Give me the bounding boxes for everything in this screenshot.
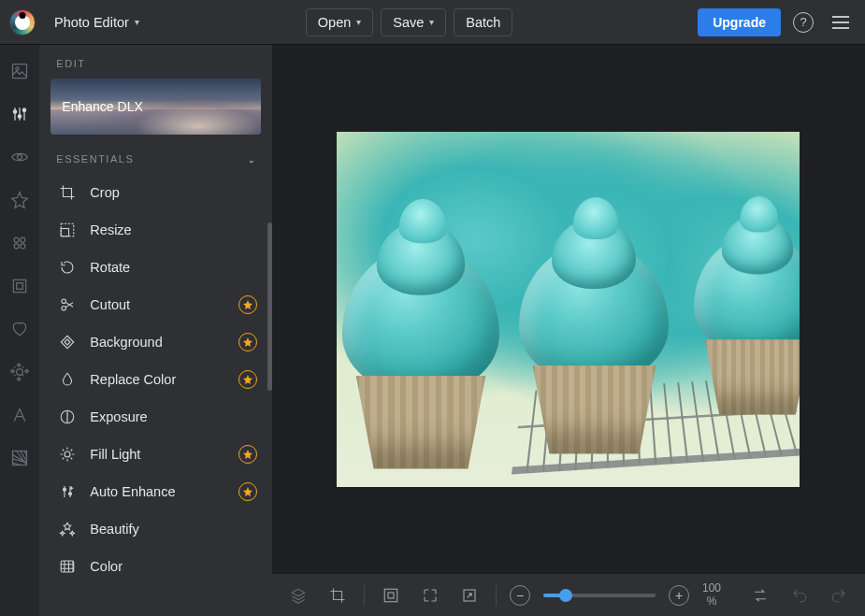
zoom-level-button[interactable]: 100 % (702, 582, 721, 607)
rotate-icon (58, 258, 77, 277)
rail-artsy-icon[interactable] (8, 232, 31, 254)
canvas-viewport[interactable] (272, 45, 865, 573)
tool-label: Resize (90, 222, 131, 237)
tool-label: Beautify (90, 522, 138, 537)
tool-replace-color[interactable]: Replace Color (45, 361, 267, 398)
enhance-dlx-card[interactable]: Enhance DLX (50, 79, 261, 135)
pro-badge-icon (238, 445, 257, 464)
batch-button[interactable]: Batch (454, 8, 512, 36)
svg-point-9 (21, 244, 25, 249)
batch-label: Batch (466, 15, 500, 30)
panel-title: EDIT (39, 45, 272, 79)
svg-rect-14 (62, 223, 75, 236)
rail-overlays-icon[interactable] (8, 361, 31, 383)
canvas-area: − + 100 % (272, 45, 865, 616)
upgrade-label: Upgrade (713, 15, 766, 30)
autoenhance-icon (58, 482, 77, 501)
pro-badge-icon (238, 482, 257, 501)
app-switcher-dropdown[interactable]: Photo Editor ▾ (43, 9, 151, 36)
rail-graphics-icon[interactable] (8, 318, 31, 340)
tool-label: Color (90, 559, 123, 574)
svg-point-12 (17, 369, 23, 376)
help-icon: ? (793, 12, 814, 33)
tool-exposure[interactable]: Exposure (45, 398, 267, 436)
rail-textures-icon[interactable] (8, 447, 31, 469)
beautify-icon (58, 520, 77, 538)
rail-text-icon[interactable] (8, 404, 31, 426)
tool-auto-enhance[interactable]: Auto Enhance (45, 473, 267, 510)
redo-icon[interactable] (826, 582, 852, 609)
rail-effects-icon[interactable] (8, 146, 31, 168)
pro-badge-icon (238, 370, 257, 389)
compare-icon[interactable] (747, 582, 773, 609)
tool-background[interactable]: Background (45, 323, 267, 361)
essentials-tool-list: CropResizeRotateCutoutBackgroundReplace … (39, 172, 272, 587)
save-label: Save (393, 15, 424, 30)
tool-label: Fill Light (90, 447, 140, 462)
tool-label: Cutout (90, 297, 130, 312)
tool-rotate[interactable]: Rotate (45, 249, 267, 286)
zoom-out-button[interactable]: − (510, 585, 530, 606)
drop-icon (58, 370, 77, 389)
edit-sidebar: EDIT Enhance DLX ESSENTIALS ⌃ CropResize… (39, 45, 272, 616)
rail-frames-icon[interactable] (8, 275, 31, 297)
chevron-down-icon: ▾ (135, 17, 139, 27)
color-icon (58, 557, 77, 576)
chevron-down-icon: ▾ (356, 17, 361, 27)
crop-icon (58, 183, 77, 202)
tool-rail (0, 45, 39, 616)
save-button[interactable]: Save ▾ (381, 8, 446, 36)
exposure-icon (58, 408, 77, 426)
svg-point-17 (62, 307, 66, 311)
svg-rect-24 (388, 593, 394, 598)
app-switcher-label: Photo Editor (54, 15, 129, 30)
tool-beautify[interactable]: Beautify (45, 510, 267, 548)
pro-badge-icon (238, 295, 257, 314)
rail-image-icon[interactable] (8, 60, 31, 82)
actual-size-icon[interactable] (417, 582, 443, 609)
resize-icon (58, 221, 77, 239)
open-label: Open (318, 15, 351, 30)
rail-star-icon[interactable] (8, 189, 31, 211)
tool-crop[interactable]: Crop (45, 174, 267, 211)
top-bar: Photo Editor ▾ Open ▾ Save ▾ Batch Upgra… (0, 0, 865, 45)
zoom-slider[interactable] (543, 594, 656, 597)
essentials-section-header[interactable]: ESSENTIALS ⌃ (39, 146, 272, 172)
crop-preview-icon[interactable] (324, 582, 351, 609)
svg-point-16 (62, 299, 66, 304)
zoom-suffix: % (707, 595, 717, 608)
tool-cutout[interactable]: Cutout (45, 286, 267, 323)
help-button[interactable]: ? (788, 7, 818, 37)
app-logo-icon[interactable] (9, 9, 36, 36)
zoom-in-button[interactable]: + (669, 585, 689, 606)
rail-edit-icon[interactable] (8, 103, 31, 125)
svg-point-20 (64, 488, 66, 491)
menu-button[interactable] (826, 7, 856, 37)
cutout-icon (58, 295, 77, 314)
layers-icon[interactable] (285, 582, 311, 609)
svg-rect-10 (14, 279, 26, 292)
pro-badge-icon (238, 333, 257, 351)
hamburger-icon (832, 16, 849, 29)
svg-rect-22 (62, 561, 75, 572)
tool-fill-light[interactable]: Fill Light (45, 436, 267, 473)
fit-screen-icon[interactable] (378, 582, 404, 609)
tool-label: Exposure (90, 409, 147, 424)
svg-point-8 (14, 244, 19, 249)
section-title: ESSENTIALS (56, 153, 134, 165)
tool-label: Background (90, 335, 162, 350)
filllight-icon (58, 445, 77, 464)
zoom-slider-thumb[interactable] (559, 589, 572, 602)
undo-icon[interactable] (786, 582, 813, 609)
divider (496, 585, 497, 606)
expand-icon[interactable] (456, 582, 483, 609)
tool-resize[interactable]: Resize (45, 211, 267, 249)
tool-color[interactable]: Color (45, 548, 267, 585)
svg-point-4 (23, 108, 26, 111)
upgrade-button[interactable]: Upgrade (698, 8, 781, 36)
photo-preview (337, 132, 800, 487)
chevron-down-icon: ▾ (429, 17, 434, 27)
svg-point-19 (65, 451, 70, 457)
svg-point-6 (14, 237, 19, 242)
open-button[interactable]: Open ▾ (306, 8, 373, 36)
